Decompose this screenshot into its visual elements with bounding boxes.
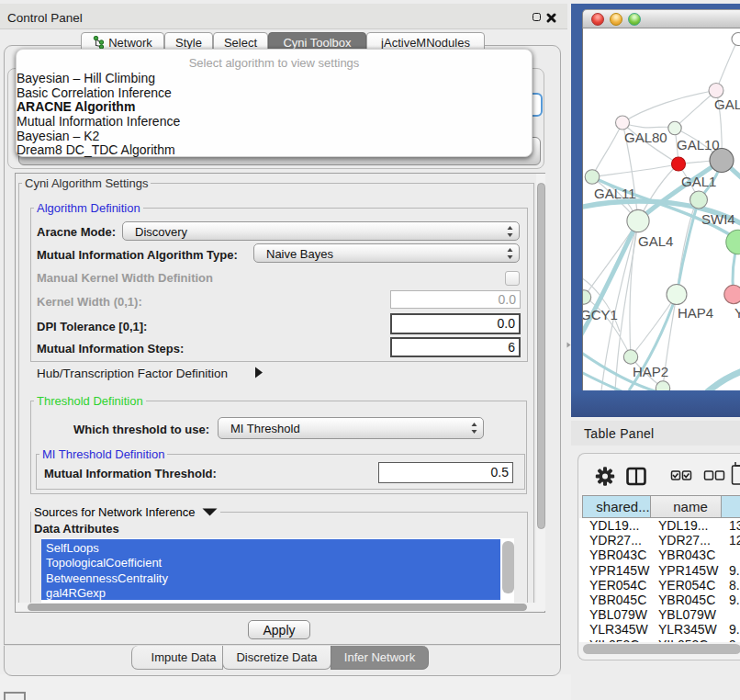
- svg-text:GAL10: GAL10: [677, 137, 720, 152]
- svg-text:GAL8: GAL8: [714, 96, 740, 112]
- svg-text:GAL4: GAL4: [638, 233, 673, 249]
- svg-text:HAP4: HAP4: [678, 305, 713, 321]
- svg-text:GAL80: GAL80: [624, 130, 667, 145]
- svg-text:SWI4: SWI4: [701, 211, 735, 227]
- svg-text:GCY1: GCY1: [583, 307, 618, 322]
- svg-text:Y: Y: [734, 305, 740, 321]
- svg-text:GAL1: GAL1: [681, 174, 716, 189]
- svg-text:HAP2: HAP2: [633, 364, 668, 379]
- svg-text:GAL11: GAL11: [594, 186, 636, 201]
